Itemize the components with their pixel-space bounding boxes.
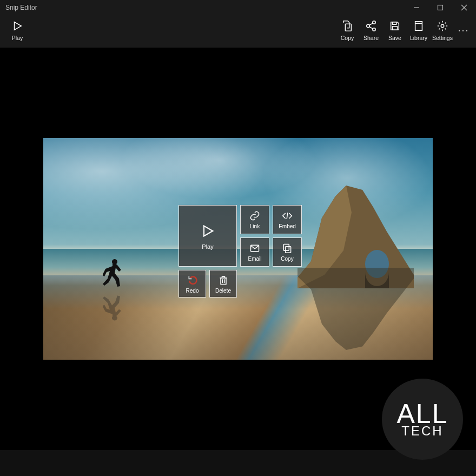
svg-rect-1 [438,5,443,10]
gear-icon [435,18,450,34]
copy-button[interactable]: Copy [335,17,359,41]
library-button-label: Library [410,35,427,41]
link-icon [249,210,261,222]
window-controls [405,0,476,15]
svg-point-6 [367,24,370,28]
overlay-copy-label: Copy [281,256,293,262]
more-icon: ··· [458,25,469,36]
library-button[interactable]: Library [407,17,431,41]
snip-image[interactable]: Play Link Embed [43,138,433,360]
overlay-email-label: Email [248,256,261,262]
svg-rect-5 [345,24,351,31]
overlay-copy-button[interactable]: Copy [273,237,302,267]
play-icon [10,18,25,34]
play-button-label: Play [12,35,23,41]
overlay-delete-button[interactable]: Delete [209,270,237,298]
share-icon [363,18,379,34]
svg-rect-19 [286,247,291,253]
overlay-play-button[interactable]: Play [178,205,237,267]
svg-rect-11 [392,22,396,25]
email-icon [249,242,261,254]
minimize-button[interactable] [405,0,428,15]
svg-rect-21 [221,277,226,284]
svg-line-10 [369,27,373,29]
rock-reflection [292,289,416,354]
svg-rect-20 [283,244,289,251]
svg-point-7 [373,21,376,24]
watermark-line1: ALL [397,402,448,426]
runner-silhouette [103,256,125,290]
svg-line-17 [287,213,288,219]
settings-button[interactable]: Settings [431,17,454,41]
share-button-label: Share [363,35,379,41]
library-icon [411,18,426,34]
watermark-line2: TECH [401,425,443,437]
svg-line-9 [369,23,373,25]
overlay-embed-label: Embed [279,223,296,229]
overlay-play-label: Play [202,243,213,250]
save-button-label: Save [388,35,401,41]
titlebar: Snip Editor [0,0,476,15]
settings-button-label: Settings [432,35,453,41]
save-icon [387,18,402,34]
svg-marker-16 [204,226,213,236]
svg-rect-12 [392,27,397,30]
overlay-embed-button[interactable]: Embed [273,205,302,234]
close-button[interactable] [452,0,476,15]
svg-point-8 [373,28,376,31]
svg-marker-4 [15,22,22,30]
command-bar: Play Copy Share [0,15,476,48]
overlay-redo-label: Redo [186,288,199,294]
window-title: Snip Editor [5,4,37,11]
delete-icon [217,274,229,286]
copy-icon [281,242,293,254]
more-button[interactable]: ··· [454,17,473,39]
action-tiles-row2: Redo Delete [178,270,237,298]
svg-rect-13 [415,22,422,31]
share-button[interactable]: Share [359,17,383,41]
overlay-delete-label: Delete [215,288,231,294]
runner-reflection [103,292,125,323]
overlay-redo-button[interactable]: Redo [178,270,206,298]
play-button[interactable]: Play [5,17,29,41]
maximize-button[interactable] [428,0,452,15]
copy-icon [340,18,355,34]
copy-button-label: Copy [341,35,354,41]
overlay-link-label: Link [250,223,260,229]
save-button[interactable]: Save [383,17,407,41]
svg-point-15 [441,24,444,28]
overlay-link-button[interactable]: Link [240,205,269,234]
watermark-badge: ALL TECH [382,379,463,460]
overlay-email-button[interactable]: Email [240,237,269,267]
play-icon [199,222,217,240]
embed-icon [281,210,293,222]
redo-icon [187,274,199,286]
